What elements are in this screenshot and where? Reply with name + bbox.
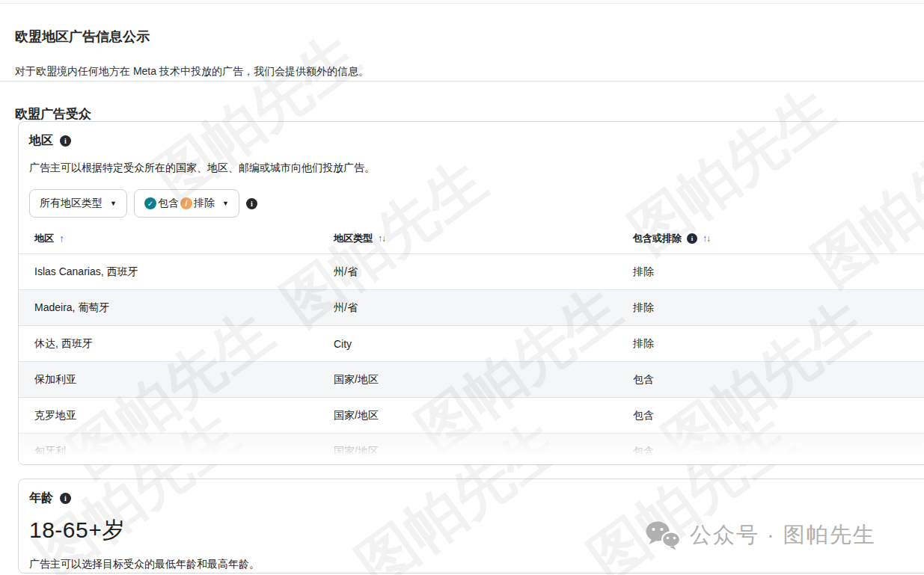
- cell-type: 国家/地区: [334, 409, 633, 422]
- exclude-slash-icon: /: [180, 197, 192, 209]
- column-header-status[interactable]: 包含或排除: [633, 232, 682, 245]
- info-icon[interactable]: i: [60, 493, 71, 504]
- cell-status: 排除: [633, 337, 924, 351]
- cell-region: 匈牙利: [34, 445, 334, 458]
- region-table-header: 地区 ↑ 地区类型 ↑↓ 包含或排除 i ↑↓: [19, 224, 924, 253]
- cell-type: 国家/地区: [334, 373, 633, 387]
- table-row: Madeira, 葡萄牙 州/省 排除: [19, 289, 924, 325]
- page-title: 欧盟地区广告信息公示: [15, 28, 150, 46]
- cell-status: 包含: [633, 409, 924, 422]
- cell-region: Islas Canarias, 西班牙: [34, 265, 334, 279]
- cell-region: 休达, 西班牙: [34, 337, 334, 351]
- age-range-value: 18-65+岁: [29, 515, 924, 546]
- cell-status: 排除: [633, 265, 924, 279]
- cell-region: 克罗地亚: [34, 409, 334, 422]
- age-card-title: 年龄: [29, 491, 53, 506]
- age-card-description: 广告主可以选择目标受众的最低年龄和最高年龄。: [29, 558, 924, 571]
- sort-icon[interactable]: ↑↓: [703, 233, 710, 244]
- region-type-dropdown[interactable]: 所有地区类型 ▼: [29, 189, 127, 218]
- info-icon[interactable]: i: [60, 135, 71, 147]
- include-exclude-dropdown[interactable]: ✓ 包含 / 排除 ▼: [134, 189, 239, 218]
- table-row: 保加利亚 国家/地区 包含: [19, 361, 924, 397]
- page-subtitle: 对于欧盟境内任何地方在 Meta 技术中投放的广告，我们会提供额外的信息。: [15, 65, 369, 79]
- chevron-down-icon: ▼: [222, 200, 229, 207]
- region-card-title: 地区: [29, 133, 53, 149]
- cell-region: 保加利亚: [34, 373, 334, 387]
- age-card: 年龄 i 18-65+岁 广告主可以选择目标受众的最低年龄和最高年龄。: [18, 479, 924, 574]
- table-row: 休达, 西班牙 City 排除: [19, 325, 924, 361]
- section-divider: [0, 81, 924, 82]
- chevron-down-icon: ▼: [110, 200, 117, 207]
- cell-status: 包含: [633, 373, 924, 387]
- table-row: 克罗地亚 国家/地区 包含: [19, 397, 924, 433]
- sort-ascending-icon[interactable]: ↑: [59, 233, 64, 245]
- info-icon[interactable]: i: [687, 233, 697, 244]
- region-table: 地区 ↑ 地区类型 ↑↓ 包含或排除 i ↑↓ Islas Canarias, …: [19, 224, 924, 465]
- audience-section-heading: 欧盟广告受众: [15, 105, 91, 123]
- info-icon[interactable]: i: [246, 198, 257, 209]
- include-check-icon: ✓: [144, 197, 156, 209]
- column-header-type[interactable]: 地区类型: [334, 232, 373, 245]
- table-row: 匈牙利 国家/地区 包含: [19, 433, 924, 465]
- include-label: 包含: [158, 197, 179, 210]
- region-type-dropdown-label: 所有地区类型: [40, 197, 103, 210]
- top-divider: [0, 3, 924, 4]
- cell-type: 国家/地区: [334, 445, 633, 458]
- region-card-description: 广告主可以根据特定受众所在的国家、地区、邮编或城市向他们投放广告。: [29, 162, 924, 175]
- cell-status: 包含: [633, 445, 924, 458]
- cell-region: Madeira, 葡萄牙: [34, 301, 334, 315]
- region-card: 地区 i 广告主可以根据特定受众所在的国家、地区、邮编或城市向他们投放广告。 所…: [18, 121, 924, 465]
- table-row: Islas Canarias, 西班牙 州/省 排除: [19, 253, 924, 289]
- cell-type: City: [334, 338, 633, 350]
- exclude-label: 排除: [194, 197, 215, 210]
- cell-type: 州/省: [334, 265, 633, 279]
- column-header-region[interactable]: 地区: [34, 232, 54, 245]
- sort-icon[interactable]: ↑↓: [378, 233, 385, 244]
- cell-status: 排除: [633, 301, 924, 315]
- cell-type: 州/省: [334, 301, 633, 315]
